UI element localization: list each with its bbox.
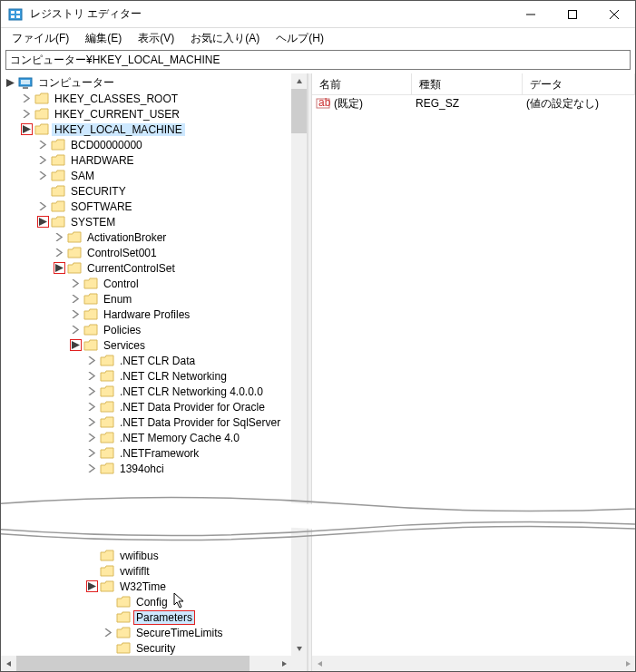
expand-icon[interactable]: [86, 370, 98, 382]
expand-icon[interactable]: [86, 463, 98, 474]
tree-label: HKEY_CURRENT_USER: [52, 108, 182, 121]
expand-icon[interactable]: [37, 139, 49, 151]
col-type[interactable]: 種類: [412, 73, 523, 94]
tree-node[interactable]: .NETFramework: [5, 445, 307, 461]
minimize-button[interactable]: [510, 1, 552, 27]
expand-icon[interactable]: [21, 108, 33, 120]
menu-help[interactable]: ヘルプ(H): [269, 29, 331, 48]
expand-icon[interactable]: [86, 432, 98, 443]
expand-icon[interactable]: [70, 339, 82, 351]
close-button[interactable]: [593, 1, 635, 27]
content-area: コンピューター HKEY_CLASSES_ROOT HKEY_CURRENT_U…: [1, 73, 635, 671]
expand-icon[interactable]: [86, 355, 98, 366]
expand-icon[interactable]: [21, 123, 33, 135]
tree-node[interactable]: ActivationBroker: [5, 229, 307, 245]
menu-favorites[interactable]: お気に入り(A): [183, 29, 267, 48]
scroll-down-button[interactable]: [291, 640, 307, 656]
scroll-up-button[interactable]: [291, 73, 307, 89]
tree-node[interactable]: .NET CLR Networking 4.0.0.0: [5, 384, 307, 399]
expand-icon[interactable]: [86, 416, 98, 428]
tree-node[interactable]: Control: [5, 276, 307, 291]
expand-icon[interactable]: [86, 401, 98, 413]
tree-node-hklm[interactable]: HKEY_LOCAL_MACHINE: [5, 122, 307, 137]
expand-icon[interactable]: [54, 262, 65, 274]
expand-icon[interactable]: [103, 627, 114, 638]
tree-node[interactable]: SecureTimeLimits: [5, 625, 291, 640]
expand-icon[interactable]: [5, 77, 16, 89]
scroll-left-button[interactable]: [312, 656, 328, 671]
computer-icon: [18, 77, 33, 90]
list-horizontal-scrollbar[interactable]: [312, 656, 635, 671]
tree-node-parameters[interactable]: Parameters: [5, 609, 291, 625]
menu-file[interactable]: ファイル(F): [5, 29, 76, 48]
expand-icon[interactable]: [37, 216, 49, 228]
scroll-right-button[interactable]: [276, 656, 291, 671]
folder-icon: [100, 370, 114, 383]
scroll-track[interactable]: [328, 656, 620, 671]
expand-icon[interactable]: [86, 447, 98, 459]
col-name[interactable]: 名前: [312, 73, 412, 94]
tree-node[interactable]: SECURITY: [5, 183, 307, 199]
tree-node[interactable]: .NET Memory Cache 4.0: [5, 430, 307, 445]
expand-icon[interactable]: [54, 231, 65, 243]
tree-node[interactable]: .NET CLR Data: [5, 353, 307, 368]
tree-node-services[interactable]: Services: [5, 337, 307, 353]
tree-node[interactable]: .NET CLR Networking: [5, 368, 307, 384]
registry-tree-lower[interactable]: vwifibus vwififlt W32Time Config Paramet…: [1, 546, 291, 656]
tree-node-computer[interactable]: コンピューター: [5, 75, 307, 91]
registry-tree[interactable]: コンピューター HKEY_CLASSES_ROOT HKEY_CURRENT_U…: [1, 73, 307, 476]
scroll-track[interactable]: [291, 89, 307, 640]
menu-bar: ファイル(F) 編集(E) 表示(V) お気に入り(A) ヘルプ(H): [1, 28, 635, 48]
tree-node[interactable]: ControlSet001: [5, 245, 307, 260]
tree-node[interactable]: Security: [5, 640, 291, 656]
tree-node[interactable]: .NET Data Provider for SqlServer: [5, 414, 307, 430]
col-data[interactable]: データ: [523, 73, 635, 94]
expand-icon[interactable]: [70, 278, 82, 289]
tree-node[interactable]: SOFTWARE: [5, 199, 307, 214]
menu-view[interactable]: 表示(V): [131, 29, 181, 48]
scroll-thumb[interactable]: [291, 89, 307, 133]
expand-icon[interactable]: [70, 308, 82, 320]
tree-node[interactable]: Config: [5, 594, 291, 609]
tree-node[interactable]: .NET Data Provider for Oracle: [5, 399, 307, 414]
list-row[interactable]: ab (既定) REG_SZ (値の設定なし): [312, 95, 635, 112]
expand-icon[interactable]: [37, 154, 49, 166]
tree-node-ccs[interactable]: CurrentControlSet: [5, 260, 307, 276]
expand-icon[interactable]: [86, 580, 98, 592]
tree-label: Enum: [101, 293, 134, 306]
tree-node[interactable]: Policies: [5, 322, 307, 337]
expand-icon[interactable]: [37, 200, 49, 212]
expand-icon[interactable]: [37, 170, 49, 181]
tree-horizontal-scrollbar[interactable]: [1, 656, 291, 671]
tree-panel: コンピューター HKEY_CLASSES_ROOT HKEY_CURRENT_U…: [1, 73, 308, 671]
tree-node[interactable]: Enum: [5, 291, 307, 307]
tree-vertical-scrollbar[interactable]: [291, 73, 307, 656]
tree-node[interactable]: HARDWARE: [5, 152, 307, 168]
folder-icon: [51, 216, 65, 229]
tree-label: BCD00000000: [68, 139, 145, 151]
tree-node[interactable]: vwifibus: [5, 548, 291, 563]
scroll-thumb[interactable]: [16, 656, 250, 671]
tree-node-hkcr[interactable]: HKEY_CLASSES_ROOT: [5, 91, 307, 106]
expand-icon[interactable]: [21, 93, 33, 104]
scroll-corner: [291, 656, 307, 671]
tree-node[interactable]: vwififlt: [5, 563, 291, 579]
scroll-left-button[interactable]: [1, 656, 16, 671]
tree-node[interactable]: 1394ohci: [5, 461, 307, 476]
maximize-button[interactable]: [552, 1, 593, 27]
tree-node[interactable]: Hardware Profiles: [5, 307, 307, 322]
menu-edit[interactable]: 編集(E): [78, 29, 129, 48]
expand-icon[interactable]: [70, 293, 82, 305]
tree-node-system[interactable]: SYSTEM: [5, 214, 307, 229]
scroll-track[interactable]: [16, 656, 276, 671]
address-bar[interactable]: コンピューター¥HKEY_LOCAL_MACHINE: [5, 50, 631, 70]
tree-node[interactable]: SAM: [5, 168, 307, 183]
tree-node-w32time[interactable]: W32Time: [5, 579, 291, 594]
scroll-right-button[interactable]: [620, 656, 635, 671]
tree-node-hkcu[interactable]: HKEY_CURRENT_USER: [5, 106, 307, 122]
expand-icon[interactable]: [54, 247, 65, 258]
tree-label: Security: [133, 642, 178, 655]
expand-icon[interactable]: [86, 385, 98, 397]
expand-icon[interactable]: [70, 324, 82, 336]
tree-node[interactable]: BCD00000000: [5, 137, 307, 152]
